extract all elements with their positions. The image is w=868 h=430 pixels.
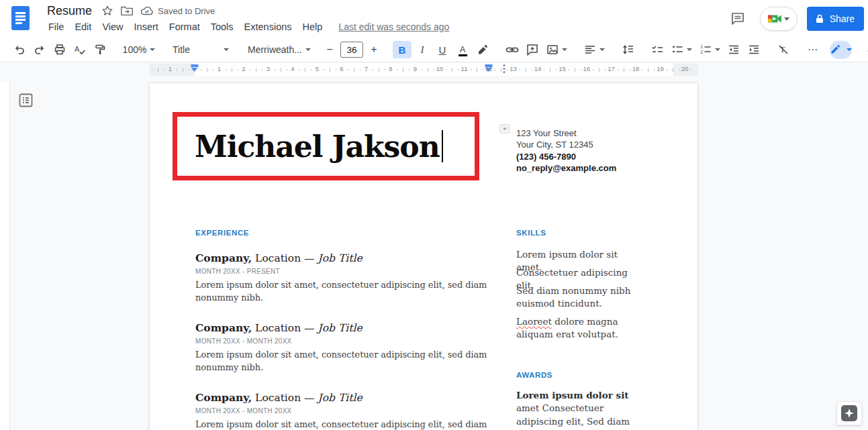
redo-button[interactable] [30, 41, 49, 58]
job-title: Job Title [318, 322, 363, 334]
checklist-button[interactable] [648, 41, 667, 58]
menu-extensions[interactable]: Extensions [239, 20, 297, 34]
bulleted-list-button[interactable] [668, 41, 695, 58]
ruler-number: 7 [365, 65, 368, 72]
more-options-button[interactable]: ⋯ [804, 41, 822, 58]
awards-heading[interactable]: AWARDS [516, 371, 552, 379]
menu-view[interactable]: View [97, 20, 128, 34]
menu-format[interactable]: Format [164, 20, 205, 34]
ruler-tick [409, 69, 409, 70]
paint-format-button[interactable] [91, 41, 109, 58]
undo-button[interactable] [10, 41, 29, 58]
increase-font-size-button[interactable]: + [365, 42, 383, 58]
decrease-font-size-button[interactable]: − [321, 42, 338, 58]
document-page[interactable]: Lorem ipsum dolor sit amet, consectetuer… [149, 83, 698, 430]
move-folder-icon[interactable] [120, 5, 134, 17]
spellcheck-button[interactable]: A [70, 41, 89, 58]
horizontal-ruler[interactable]: ••• 11234567891011121314151617181920 [0, 63, 868, 76]
ruler-number: 8 [389, 65, 392, 72]
dash: — [304, 392, 315, 404]
ruler-tick [397, 69, 397, 70]
skill-item[interactable]: Laoreet dolore magna aliquam erat volutp… [516, 315, 645, 341]
ruler-tick [446, 69, 446, 70]
ruler-tick [189, 69, 189, 70]
print-button[interactable] [50, 41, 69, 58]
ruler-number: 20 [681, 65, 689, 72]
italic-button[interactable]: I [413, 41, 432, 58]
employment-dates: MONTH 20XX - PRESENT [195, 268, 492, 275]
ruler-tick [275, 69, 275, 70]
employment-dates: MONTH 20XX - MONTH 20XX [195, 407, 492, 415]
ruler-tick [501, 68, 501, 72]
share-button[interactable]: Share [807, 7, 864, 31]
document-outline-icon[interactable] [18, 93, 34, 108]
last-edit-link[interactable]: Last edit was seconds ago [338, 21, 449, 32]
contact-block[interactable]: 123 Your Street Your City, ST 12345 (123… [516, 127, 616, 174]
ruler-tick [373, 69, 373, 70]
highlight-color-button[interactable] [473, 41, 492, 58]
insert-link-button[interactable] [503, 41, 522, 58]
table-column-handle-icon[interactable]: ••• [503, 64, 505, 74]
ruler-tick [348, 69, 348, 70]
align-button[interactable] [581, 41, 608, 58]
document-title[interactable]: Resume [44, 3, 95, 19]
paragraph-style-select[interactable]: Title [168, 41, 233, 58]
editing-mode-button[interactable] [830, 41, 852, 59]
font-size-input[interactable]: 36 [340, 42, 363, 58]
toolbar: A 100% Title Merriweath... − 36 + B I U [0, 38, 868, 62]
insert-image-button[interactable] [543, 41, 570, 58]
contact-dropdown-marker[interactable] [499, 124, 510, 133]
contact-street: 123 Your Street [516, 127, 616, 139]
increase-indent-button[interactable] [744, 41, 763, 58]
ruler-tick [250, 69, 250, 70]
ruler-number: 2 [242, 65, 245, 72]
menu-insert[interactable]: Insert [129, 20, 164, 34]
meet-icon [767, 13, 782, 25]
hide-menus-button[interactable] [862, 41, 868, 58]
menu-help[interactable]: Help [297, 20, 328, 34]
zoom-select[interactable]: 100% [120, 41, 158, 58]
meet-button[interactable] [760, 7, 798, 31]
pencil-icon [830, 44, 840, 55]
job-description: Lorem ipsum dolor sit amet, consectetuer… [195, 418, 492, 430]
awards-body[interactable]: Lorem ipsum dolor sit amet Consectetuer … [516, 389, 645, 430]
document-name-text[interactable]: Michael Jakson [177, 129, 440, 164]
ruler-tick [458, 69, 459, 70]
explore-button[interactable] [836, 401, 862, 425]
experience-entry[interactable]: Company, Location — Job Title MONTH 20XX… [195, 252, 492, 304]
job-description: Lorem ipsum dolor sit amet, consectetuer… [195, 348, 492, 374]
ruler-tick [336, 69, 336, 70]
menu-file[interactable]: File [43, 20, 69, 34]
chevron-down-icon [715, 48, 720, 51]
left-indent-marker[interactable] [191, 64, 199, 72]
ruler-tick [164, 69, 164, 70]
company-location: Location [255, 392, 301, 404]
line-spacing-button[interactable] [618, 41, 637, 58]
meet-caret-icon [784, 17, 789, 21]
saved-cloud-icon[interactable] [140, 5, 154, 16]
decrease-indent-button[interactable] [724, 41, 743, 58]
add-comment-button[interactable] [523, 41, 542, 58]
ruler-tick [495, 69, 495, 70]
font-family-select[interactable]: Merriweath... [244, 41, 311, 58]
menu-tools[interactable]: Tools [205, 20, 239, 34]
experience-entry[interactable]: Company, Location — Job Title MONTH 20XX… [195, 321, 492, 374]
underline-button[interactable]: U [433, 41, 452, 58]
menu-edit[interactable]: Edit [69, 20, 97, 34]
skill-item[interactable]: Sed diam nonummy nibh euismod tincidunt. [516, 284, 645, 310]
ruler-tick [520, 69, 520, 70]
skills-heading[interactable]: SKILLS [516, 229, 546, 237]
bold-button[interactable]: B [393, 41, 412, 58]
experience-heading[interactable]: EXPERIENCE [195, 229, 249, 237]
ruler-tick [544, 69, 544, 70]
ruler-number: 5 [316, 65, 319, 72]
google-docs-logo-icon[interactable] [11, 6, 30, 30]
text-color-button[interactable]: A [453, 41, 472, 58]
clear-formatting-button[interactable]: T [774, 41, 793, 58]
job-description: Lorem ipsum dolor sit amet, consectetuer… [195, 278, 492, 304]
ruler-tick [428, 68, 428, 72]
comments-icon[interactable] [730, 11, 745, 26]
star-icon[interactable] [101, 5, 113, 17]
experience-entry[interactable]: Company, Location — Job Title MONTH 20XX… [195, 391, 492, 430]
numbered-list-button[interactable]: 12 [696, 41, 723, 58]
